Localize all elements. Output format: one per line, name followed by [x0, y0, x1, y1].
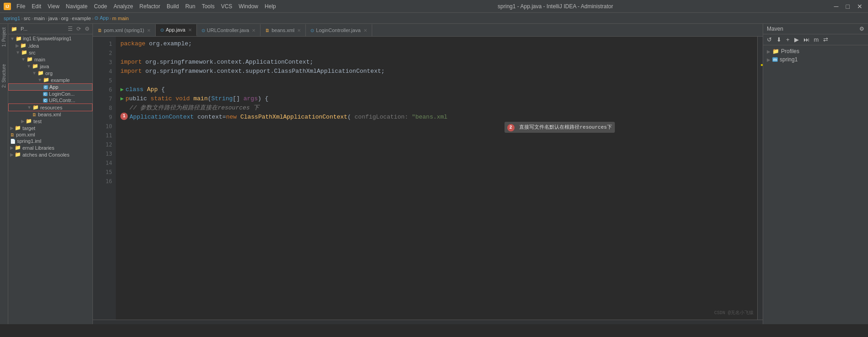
menu-build[interactable]: Build	[164, 2, 182, 11]
tree-item-src[interactable]: ▼ 📁 src	[8, 49, 92, 56]
menu-analyze[interactable]: Analyze	[111, 2, 136, 11]
code-line-16	[120, 177, 757, 186]
menu-view[interactable]: View	[45, 2, 62, 11]
iml-icon: 📄	[10, 139, 16, 144]
tree-item-resources[interactable]: ▼ 📁 resources	[8, 103, 92, 111]
project-settings-icon[interactable]: ☰	[68, 26, 73, 32]
org-folder-icon: 📁	[38, 70, 44, 76]
tab-app-java[interactable]: ⊙ App.java ✕	[156, 24, 197, 36]
tree-item-java[interactable]: ▼ 📁 java	[8, 63, 92, 70]
tree-item-app[interactable]: C App	[8, 83, 92, 91]
code-text-6: class App {	[125, 85, 165, 94]
pom-icon: 🗎	[10, 132, 15, 137]
menu-help[interactable]: Help	[262, 2, 279, 11]
menu-code[interactable]: Code	[91, 2, 110, 11]
side-label-project[interactable]: 1: Project	[0, 26, 7, 49]
code-text-8: // 参数文件路径为根路径直接在resources 下	[130, 103, 259, 113]
maven-download-btn[interactable]: ⬇	[775, 35, 783, 44]
breadcrumb-java[interactable]: java	[49, 16, 58, 21]
editor-content[interactable]: 1 2 3 4 5 6 7 8 9 10 11 12 13 14 15 16	[93, 37, 763, 320]
tab-logincontroller[interactable]: ⊙ LoginController.java ✕	[306, 24, 372, 36]
menu-window[interactable]: Window	[236, 2, 261, 11]
tab-urlcontroller[interactable]: ⊙ URLController.java ✕	[197, 24, 260, 36]
maven-tree-spring1[interactable]: ▶ m spring1	[765, 55, 866, 64]
breadcrumb-src[interactable]: src	[24, 16, 31, 21]
tree-item-beans-xml[interactable]: 🗎 beans.xml	[8, 111, 92, 118]
beans-tab-label: beans.xml	[271, 27, 294, 33]
maven-settings-icon[interactable]: ⚙	[859, 26, 864, 32]
run-gutter-6[interactable]: ▶	[120, 85, 124, 94]
login-tab-close[interactable]: ✕	[363, 28, 367, 33]
tab-pom-xml[interactable]: 🗎 pom.xml (spring1) ✕	[93, 24, 156, 36]
breadcrumb: spring1 › src › main › java › org › exam…	[0, 13, 868, 24]
maven-skip-btn[interactable]: ⏭	[802, 35, 811, 44]
menu-run[interactable]: Run	[183, 2, 198, 11]
tree-item-org[interactable]: ▼ 📁 org	[8, 70, 92, 76]
tree-item-test[interactable]: ▶ 📁 test	[8, 118, 92, 125]
tree-item-example[interactable]: ▼ 📁 example	[8, 76, 92, 83]
code-line-13	[120, 149, 757, 158]
tree-label-urlcontr: URLContr...	[49, 98, 75, 103]
run-gutter-7[interactable]: ▶	[120, 94, 124, 103]
tab-beans-xml[interactable]: 🗎 beans.xml ✕	[260, 24, 306, 36]
breadcrumb-app[interactable]: ⊙ App	[94, 15, 108, 21]
menu-bar[interactable]: File Edit View Navigate Code Analyze Ref…	[14, 2, 279, 11]
code-text-1: package org.example;	[120, 39, 192, 49]
pom-tab-close[interactable]: ✕	[147, 28, 151, 33]
beans-tab-icon: 🗎	[265, 28, 270, 33]
org-arrow: ▼	[32, 71, 37, 76]
breadcrumb-org[interactable]: org	[61, 16, 68, 21]
window-controls[interactable]: ─ □ ✕	[832, 3, 864, 10]
app-tab-close[interactable]: ✕	[188, 27, 192, 33]
breadcrumb-main[interactable]: main	[34, 16, 45, 21]
menu-vcs[interactable]: VCS	[218, 2, 235, 11]
project-panel: 📁 P... ☰ ⟳ ⚙ ▼ 📁 ing1 E:\javaweb\spring1…	[8, 24, 93, 324]
breadcrumb-spring1[interactable]: spring1	[4, 16, 20, 21]
maven-m-btn[interactable]: m	[812, 35, 821, 44]
breadcrumb-current[interactable]: m main	[112, 16, 129, 21]
target-arrow: ▶	[10, 125, 14, 130]
url-tab-close[interactable]: ✕	[252, 28, 255, 33]
menu-file[interactable]: File	[14, 2, 28, 11]
maven-run-btn[interactable]: ▶	[792, 35, 801, 44]
tree-item-spring1-iml[interactable]: 📄 spring1.iml	[8, 138, 92, 144]
tree-item-ext-libs[interactable]: ▶ 📁 ernal Libraries	[8, 144, 92, 151]
breadcrumb-example[interactable]: example	[72, 16, 91, 21]
tree-item-target[interactable]: ▶ 📁 target	[8, 125, 92, 131]
project-icon: 📁	[16, 36, 22, 42]
tree-item-pom-xml[interactable]: 🗎 pom.xml	[8, 131, 92, 138]
main-arrow: ▼	[21, 57, 26, 62]
side-label-structure[interactable]: 2: Structure	[0, 62, 7, 90]
maven-refresh-btn[interactable]: ↺	[765, 35, 774, 44]
code-editor[interactable]: package org.example; import org.springfr…	[116, 37, 757, 320]
vertical-scrollbar[interactable]	[757, 37, 763, 320]
minimize-button[interactable]: ─	[832, 3, 841, 10]
menu-refactor[interactable]: Refactor	[137, 2, 163, 11]
tree-item-spring1[interactable]: ▼ 📁 ing1 E:\javaweb\spring1	[8, 35, 92, 42]
watermark: CSDN @无名小飞猿	[714, 309, 754, 318]
close-button[interactable]: ✕	[855, 3, 864, 10]
tree-label-idea: .idea	[28, 43, 39, 49]
project-gear-icon[interactable]: ⚙	[85, 26, 90, 32]
tree-label-pom-xml: pom.xml	[16, 132, 35, 137]
java-folder-icon: 📁	[32, 63, 38, 69]
maven-toggle-btn[interactable]: ⇄	[821, 35, 830, 44]
beans-tab-close[interactable]: ✕	[297, 28, 301, 33]
horizontal-scrollbar[interactable]	[93, 320, 763, 324]
maven-title: Maven	[767, 26, 783, 32]
tree-item-main[interactable]: ▼ 📁 main	[8, 56, 92, 63]
tree-item-logincon[interactable]: C LoginCon...	[8, 91, 92, 97]
maximize-button[interactable]: □	[844, 3, 852, 10]
project-refresh-icon[interactable]: ⟳	[76, 26, 81, 32]
tree-item-scratches[interactable]: ▶ 📁 atches and Consoles	[8, 151, 92, 158]
tree-label-src: src	[29, 50, 36, 55]
tree-item-idea[interactable]: ▶ 📁 .idea	[8, 42, 92, 49]
menu-edit[interactable]: Edit	[29, 2, 44, 11]
maven-add-btn[interactable]: +	[784, 35, 792, 44]
example-folder-icon: 📁	[43, 77, 49, 83]
menu-navigate[interactable]: Navigate	[63, 2, 90, 11]
maven-tree-profiles[interactable]: ▶ 📁 Profiles	[765, 47, 866, 55]
tree-item-urlcontr[interactable]: C URLContr...	[8, 97, 92, 103]
menu-tools[interactable]: Tools	[199, 2, 217, 11]
extlib-folder-icon: 📁	[15, 145, 21, 151]
